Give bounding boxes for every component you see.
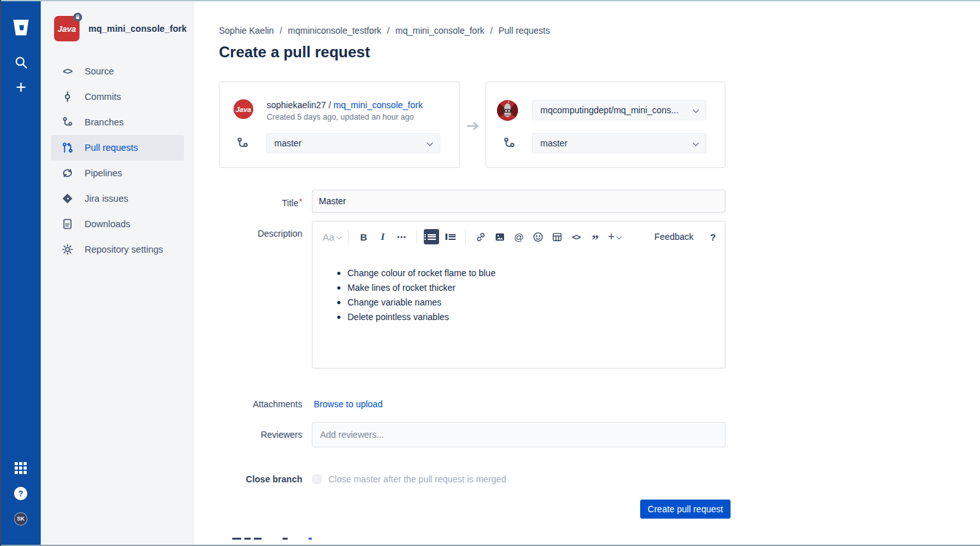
description-editor[interactable]: Aa B I ••• @ [312,221,725,368]
breadcrumb-separator: / [387,25,389,36]
source-branch-value: master [274,138,302,148]
breadcrumb-pull-requests[interactable]: Pull requests [498,25,550,36]
repo-avatar: Java [54,16,80,41]
emoji-icon[interactable] [530,229,545,244]
window-left-edge [0,0,1,546]
image-icon[interactable] [492,229,507,244]
description-bullet: Delete pointless variables [337,312,712,321]
sidebar-item-label: Pipelines [85,168,122,178]
source-branch-select[interactable]: master [266,133,440,153]
quote-icon[interactable]: ” [587,229,603,244]
repo-header[interactable]: Java mq_mini_console_fork [54,16,187,41]
create-plus-icon[interactable]: + [13,79,29,95]
italic-button[interactable]: I [375,229,390,244]
description-bullet: Make lines of rocket thicker [337,283,712,292]
sidebar-item-downloads[interactable]: Downloads [51,211,184,237]
clipped-next-section-fragment [232,538,312,540]
branch-icon [61,116,74,129]
user-avatar[interactable]: SK [14,512,27,526]
source-repo-avatar-label: Java [235,106,251,113]
document-icon [61,218,74,230]
breadcrumb-repo[interactable]: mq_mini_console_fork [395,25,484,36]
source-owner: sophiekaelin27 [267,100,326,110]
sidebar-item-commits[interactable]: Commits [51,84,184,109]
code-icon[interactable]: <> [568,229,584,244]
sidebar-item-pull-requests[interactable]: Pull requests [51,135,184,160]
branch-icon [503,137,515,150]
breadcrumb-workspace[interactable]: mqminiconsole_testfork [288,25,381,36]
toolbar-divider [465,230,466,244]
insert-plus-button[interactable]: + [606,229,622,244]
path-separator: / [328,100,331,110]
sidebar-item-source[interactable]: <> Source [51,59,184,84]
description-label: Description [219,228,302,239]
close-branch-label: Close branch [219,474,302,484]
sidebar-item-label: Jira issues [85,193,129,204]
close-branch-checkbox[interactable] [312,475,321,484]
bitbucket-logo-icon[interactable] [10,17,32,38]
page-title: Create a pull request [219,43,370,61]
description-bullet: Change colour of rocket flame to blue [337,269,712,277]
reviewers-label: Reviewers [219,430,302,440]
bullet-list-button[interactable] [424,229,439,244]
chevron-down-icon [337,234,342,239]
chevron-down-icon [617,234,622,239]
description-bullet: Change variable names [337,298,712,307]
feedback-link[interactable]: Feedback [654,232,693,242]
close-branch-description: Close master after the pull request is m… [328,474,506,484]
source-code-icon: <> [61,65,74,78]
sidebar-item-label: Source [85,66,114,76]
sidebar-item-repository-settings[interactable]: Repository settings [51,237,184,262]
breadcrumb-separator: / [279,25,282,36]
more-formatting-button[interactable]: ••• [394,229,409,244]
commit-icon [61,90,74,103]
bitbucket-create-pull-request-page: + ? SK Java mq_mini_console_fork <> Sour… [0,0,980,546]
jira-icon [61,192,74,205]
source-repo-avatar: Java [234,99,253,119]
title-label: Title* [219,197,302,208]
bold-button[interactable]: B [356,229,371,244]
search-icon[interactable] [13,55,29,70]
sidebar-item-branches[interactable]: Branches [51,109,184,135]
reviewers-input[interactable] [312,422,725,447]
chevron-down-icon [693,107,699,113]
text-style-button[interactable]: Aa [323,232,341,242]
app-switcher-icon[interactable] [15,462,27,474]
merge-direction-arrow-icon [466,118,481,134]
sidebar-item-label: Commits [85,92,121,102]
global-nav-rail: + ? SK [0,0,41,546]
window-top-edge [0,0,980,1]
sidebar-item-jira-issues[interactable]: Jira issues [51,186,184,211]
browse-to-upload-link[interactable]: Browse to upload [314,399,382,409]
sidebar-item-label: Pull requests [85,143,138,153]
mention-icon[interactable]: @ [511,229,526,244]
repo-avatar-label: Java [58,24,76,34]
toolbar-divider [348,230,349,244]
required-asterisk: * [299,197,302,206]
sidebar-item-label: Downloads [85,219,130,229]
sidebar-item-pipelines[interactable]: Pipelines [51,160,184,186]
pipelines-icon [61,167,74,179]
source-repo-meta: Created 5 days ago, updated an hour ago [267,113,414,122]
link-icon[interactable] [473,229,488,244]
sidebar-item-label: Repository settings [85,244,163,255]
source-repo-card: Java sophiekaelin27 / mq_mini_console_fo… [219,81,460,168]
destination-branch-select[interactable]: master [532,133,706,153]
editor-help-icon[interactable]: ? [710,232,716,242]
numbered-list-button[interactable] [443,229,458,244]
help-icon[interactable]: ? [14,487,27,500]
toolbar-divider [416,230,417,244]
source-repo-link[interactable]: mq_mini_console_fork [333,100,423,110]
private-lock-icon [73,13,82,22]
repo-name: mq_mini_console_fork [88,24,187,34]
destination-repo-card: mqcomputingdept/mq_mini_cons... master [486,81,725,168]
breadcrumb-user[interactable]: Sophie Kaelin [219,25,274,36]
title-input[interactable] [312,190,725,213]
destination-repo-select[interactable]: mqcomputingdept/mq_mini_cons... [532,100,706,120]
gear-icon [61,243,74,256]
table-icon[interactable] [549,229,564,244]
editor-toolbar: Aa B I ••• @ [323,227,716,246]
create-pull-request-button[interactable]: Create pull request [640,500,731,519]
destination-repo-value: mqcomputingdept/mq_mini_cons... [540,105,678,115]
description-content[interactable]: Change colour of rocket flame to blue Ma… [337,269,712,327]
